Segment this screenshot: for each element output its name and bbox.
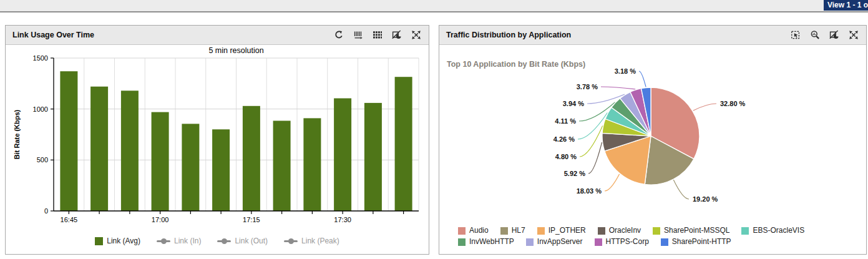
legend-swatch-icon: [595, 238, 602, 246]
x-tick-label: 17:30: [334, 216, 351, 223]
pie-leader-line: [605, 174, 620, 191]
legend-item-hl7[interactable]: HL7: [500, 226, 525, 235]
panel-header-link-usage[interactable]: Link Usage Over Time: [6, 26, 429, 45]
chart-type-icon[interactable]: [829, 29, 840, 41]
legend-swatch-icon: [741, 227, 749, 235]
select-region-icon[interactable]: [790, 29, 801, 41]
legend-item-link-out-[interactable]: Link (Out): [217, 237, 268, 245]
bar-chart[interactable]: 05001000150016:4517:0017:1517:305 min re…: [6, 45, 429, 232]
bar-link-avg[interactable]: [60, 71, 77, 211]
pie-leader-line: [601, 87, 635, 89]
panel-body: Top 10 Application by Bit Rate (Kbps) 32…: [439, 45, 866, 254]
pie-leader-line: [588, 142, 602, 173]
legend-swatch-icon: [95, 237, 103, 245]
bar-link-avg[interactable]: [90, 87, 108, 211]
bar-link-avg[interactable]: [182, 124, 199, 211]
legend-label: Link (Peak): [301, 237, 339, 245]
panel-link-usage: Link Usage Over Time 05001000150016:4517…: [5, 25, 429, 255]
view-status-badge: View 1 - 1 of 1: [824, 0, 868, 11]
x-tick-label: 17:00: [152, 216, 169, 223]
legend-item-ebs-oraclevis[interactable]: EBS-OracleVIS: [741, 226, 804, 235]
pie-value-label: 4.80 %: [555, 153, 577, 160]
bar-link-avg[interactable]: [243, 106, 260, 211]
panel-toolbar: [333, 29, 422, 41]
legend-label: HL7: [512, 226, 525, 235]
legend-label: Audio: [469, 226, 489, 235]
legend-swatch-icon: [661, 238, 668, 246]
y-tick-label: 500: [37, 156, 48, 164]
zoom-icon[interactable]: [809, 29, 821, 41]
pie-value-label: 4.11 %: [555, 117, 576, 125]
maximize-icon[interactable]: [411, 29, 422, 41]
pie-value-label: 5.92 %: [564, 170, 585, 177]
pie-value-label: 19.20 %: [693, 195, 718, 203]
pie-leader-line: [639, 71, 646, 87]
legend-line-dot-icon: [157, 238, 170, 244]
legend-line-dot-icon: [284, 238, 298, 244]
bar-link-avg[interactable]: [395, 77, 412, 211]
legend-label: Link (In): [174, 237, 201, 245]
legend-label: SharePoint-MSSQL: [664, 226, 729, 235]
legend-item-sharepoint-http[interactable]: SharePoint-HTTP: [661, 237, 731, 247]
panel-body: 05001000150016:4517:0017:1517:305 min re…: [6, 45, 429, 254]
bar-link-avg[interactable]: [303, 118, 321, 211]
legend-label: IP_OTHER: [549, 226, 586, 235]
legend-item-link-peak-[interactable]: Link (Peak): [284, 237, 339, 245]
legend-item-link-in-[interactable]: Link (In): [157, 237, 201, 245]
pie-leader-line: [693, 104, 716, 110]
legend-item-link-avg-[interactable]: Link (Avg): [95, 237, 140, 245]
y-tick-label: 1000: [33, 105, 48, 113]
legend-label: Link (Out): [235, 237, 268, 245]
legend-swatch-icon: [458, 238, 466, 246]
legend-label: HTTPS-Corp: [606, 237, 649, 247]
panel-traffic-distribution: Traffic Distribution by Application Top …: [439, 25, 867, 255]
legend-item-audio[interactable]: Audio: [458, 226, 489, 235]
y-tick-label: 0: [44, 207, 48, 215]
x-tick-label: 16:45: [61, 216, 78, 223]
legend-label: OracleInv: [609, 226, 641, 235]
bar-link-avg[interactable]: [212, 129, 230, 211]
legend-swatch-icon: [458, 227, 466, 235]
legend-item-https-corp[interactable]: HTTPS-Corp: [595, 237, 649, 247]
maximize-icon[interactable]: [848, 29, 859, 41]
legend-swatch-icon: [537, 227, 545, 235]
bar-link-avg[interactable]: [273, 121, 291, 212]
grid-icon[interactable]: [372, 29, 383, 41]
pie-value-label: 18.03 %: [577, 187, 602, 195]
bar-link-avg[interactable]: [121, 90, 139, 211]
pie-value-label: 3.18 %: [615, 67, 636, 75]
legend-item-invappserver[interactable]: InvAppServer: [526, 237, 583, 247]
y-tick-label: 1500: [33, 54, 48, 62]
legend-swatch-icon: [500, 227, 508, 235]
pie-value-label: 32.80 %: [720, 100, 746, 107]
legend-label: InvWebHTTP: [469, 237, 514, 247]
panel-toolbar: [790, 29, 859, 41]
axis-zoom-icon[interactable]: [353, 29, 364, 41]
y-axis-title: Bit Rate (Kbps): [13, 109, 21, 159]
legend-item-ip-other[interactable]: IP_OTHER: [537, 226, 586, 235]
legend-label: SharePoint-HTTP: [672, 237, 731, 247]
panel-header-traffic-distribution[interactable]: Traffic Distribution by Application: [439, 26, 866, 45]
chart-type-icon[interactable]: [391, 29, 402, 41]
legend-label: Link (Avg): [107, 237, 140, 245]
panel-title: Traffic Distribution by Application: [446, 31, 790, 39]
pie-value-label: 4.26 %: [553, 135, 575, 143]
legend-label: EBS-OracleVIS: [753, 226, 804, 235]
legend-item-oracleinv[interactable]: OracleInv: [598, 226, 641, 235]
x-tick-label: 17:15: [243, 216, 260, 223]
chart-subtitle: 5 min resolution: [208, 46, 263, 55]
legend-swatch-icon: [653, 227, 660, 235]
bar-link-avg[interactable]: [364, 103, 382, 211]
pie-chart[interactable]: 32.80 %19.20 %18.03 %5.92 %4.80 %4.26 %4…: [439, 45, 866, 254]
bar-chart-legend: Link (Avg)Link (In)Link (Out)Link (Peak): [6, 237, 429, 245]
pie-chart-subtitle: Top 10 Application by Bit Rate (Kbps): [447, 60, 585, 69]
pie-value-label: 3.94 %: [563, 100, 584, 107]
bar-link-avg[interactable]: [334, 99, 351, 212]
legend-line-dot-icon: [217, 238, 231, 244]
legend-item-invwebhttp[interactable]: InvWebHTTP: [458, 237, 514, 247]
bar-link-avg[interactable]: [152, 112, 169, 211]
panel-title: Link Usage Over Time: [12, 31, 333, 39]
legend-swatch-icon: [526, 238, 534, 246]
legend-item-sharepoint-mssql[interactable]: SharePoint-MSSQL: [653, 226, 729, 235]
undo-icon[interactable]: [333, 29, 344, 41]
